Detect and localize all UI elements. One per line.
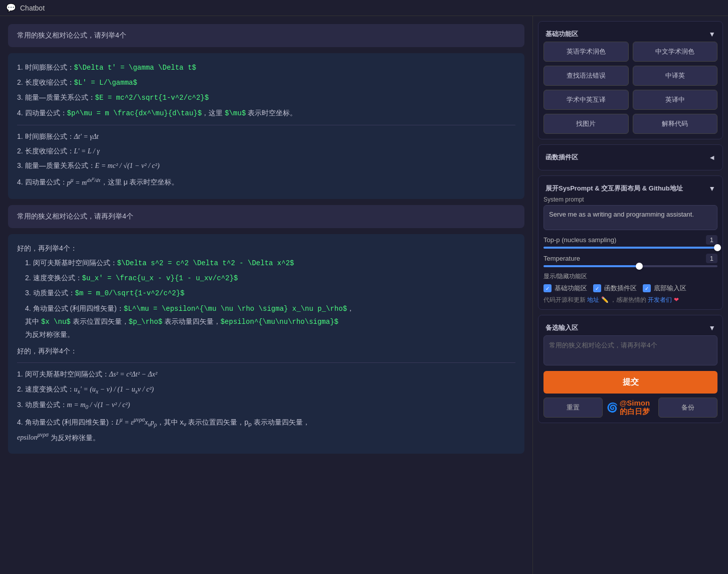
basic-functions-section: 基础功能区 ▼ 英语学术润色 中文学术润色 查找语法错误 中译英 学术中英互译 …: [538, 21, 723, 139]
sidebar: 基础功能区 ▼ 英语学术润色 中文学术润色 查找语法错误 中译英 学术中英互译 …: [532, 16, 728, 574]
user-message-1: 常用的狭义相对论公式，请列举4个: [8, 24, 524, 47]
bottom-action-row: 重置 🌀 @Simon的白日梦 备份: [543, 398, 717, 418]
reset-button[interactable]: 重置: [543, 398, 603, 418]
heart-icon: ❤: [674, 296, 679, 303]
temperature-fill: [543, 265, 639, 267]
basic-functions-title: 基础功能区: [545, 30, 578, 39]
btn-zh-to-en[interactable]: 中译英: [633, 66, 718, 86]
top-p-row: Top-p (nucleus sampling) 1: [543, 235, 717, 245]
checkbox-plugin-box: ✓: [593, 284, 601, 292]
top-p-fill: [543, 247, 717, 249]
sysprompt-arrow[interactable]: ▼: [708, 184, 715, 193]
basic-functions-grid: 英语学术润色 中文学术润色 查找语法错误 中译英 学术中英互译 英译中 找图片 …: [543, 42, 717, 134]
app-title: Chatbot: [20, 4, 45, 12]
sysprompt-section: 展开SysPrompt & 交互界面布局 & Github地址 ▼ System…: [538, 175, 723, 310]
btn-find-image[interactable]: 找图片: [543, 114, 629, 134]
btn-en-to-zh[interactable]: 英译中: [633, 90, 718, 110]
formula-list-rendered: 1. 时间膨胀公式：Δt' = γΔt 2. 长度收缩公式：L' = L / γ…: [17, 130, 515, 189]
temperature-slider[interactable]: [543, 265, 717, 267]
sysprompt-label: System prompt: [543, 196, 717, 203]
alt-input-header: 备选输入区 ▼: [543, 320, 717, 335]
basic-functions-arrow[interactable]: ▼: [708, 30, 715, 38]
formula-list-raw: 1. 时间膨胀公式：$\Delta t' = \gamma \Delta t$ …: [17, 61, 515, 120]
chat-area: 常用的狭义相对论公式，请列举4个 1. 时间膨胀公式：$\Delta t' = …: [0, 16, 532, 574]
checkbox-basic[interactable]: ✓ 基础功能区: [543, 284, 587, 293]
alt-input-arrow[interactable]: ▼: [708, 324, 715, 332]
plugin-functions-arrow[interactable]: ◄: [708, 153, 715, 161]
footer-link[interactable]: 地址: [587, 296, 599, 303]
basic-functions-header: 基础功能区 ▼: [543, 27, 717, 42]
btn-english-polish[interactable]: 英语学术润色: [543, 42, 629, 62]
checkbox-bottom[interactable]: ✓ 底部输入区: [643, 284, 686, 293]
plugin-functions-section: 函数插件区 ◄: [538, 144, 723, 170]
top-p-value: 1: [706, 235, 717, 245]
pencil-icon: ✏️: [601, 296, 609, 303]
top-p-thumb: [714, 244, 721, 251]
footer-link-row: 代码开源和更新 地址 ✏️ ，感谢热情的 开发者们 ❤: [543, 296, 717, 304]
main-layout: 常用的狭义相对论公式，请列举4个 1. 时间膨胀公式：$\Delta t' = …: [0, 16, 728, 574]
sysprompt-box[interactable]: Serve me as a writing and programming as…: [543, 205, 717, 230]
btn-grammar-check[interactable]: 查找语法错误: [543, 66, 629, 86]
btn-chinese-polish[interactable]: 中文学术润色: [633, 42, 718, 62]
alt-input-field[interactable]: [543, 335, 717, 365]
top-p-label: Top-p (nucleus sampling): [543, 236, 616, 244]
plugin-functions-title: 函数插件区: [545, 153, 578, 162]
temperature-row: Temperature 1: [543, 254, 717, 263]
alt-input-title: 备选输入区: [545, 323, 578, 332]
temperature-label: Temperature: [543, 255, 580, 262]
plugin-functions-header: 函数插件区 ◄: [543, 150, 717, 165]
footer-link2[interactable]: 开发者们: [648, 296, 672, 303]
formula-list2-raw: 好的，再列举4个： 1. 闵可夫斯基时空间隔公式：$\Delta s^2 = c…: [17, 242, 515, 341]
alt-input-section: 备选输入区 ▼ 提交 重置 🌀 @Simon的白日梦 备份: [538, 315, 723, 423]
temperature-thumb: [636, 263, 643, 270]
checkbox-bottom-box: ✓: [643, 284, 651, 292]
submit-button[interactable]: 提交: [543, 371, 717, 394]
show-hide-label: 显示/隐藏功能区: [543, 272, 717, 281]
btn-explain-code[interactable]: 解释代码: [633, 114, 718, 134]
top-p-slider[interactable]: [543, 247, 717, 249]
checkbox-plugin[interactable]: ✓ 函数插件区: [593, 284, 637, 293]
btn-academic-bilingual[interactable]: 学术中英互译: [543, 90, 629, 110]
assistant-message-1: 1. 时间膨胀公式：$\Delta t' = \gamma \Delta t$ …: [8, 53, 524, 199]
checkbox-row: ✓ 基础功能区 ✓ 函数插件区 ✓ 底部输入区: [543, 284, 717, 293]
assistant-message-2: 好的，再列举4个： 1. 闵可夫斯基时空间隔公式：$\Delta s^2 = c…: [8, 234, 524, 454]
formula-list2-rendered: 1. 闵可夫斯基时空间隔公式：Δs² = c²Δt² − Δx² 2. 速度变换…: [17, 368, 515, 444]
sysprompt-title: 展开SysPrompt & 交互界面布局 & Github地址: [545, 184, 683, 193]
backup-button[interactable]: 备份: [658, 398, 717, 418]
top-bar: 💬 Chatbot: [0, 0, 728, 16]
sysprompt-header: 展开SysPrompt & 交互界面布局 & Github地址 ▼: [543, 181, 717, 196]
temperature-value: 1: [706, 254, 717, 263]
chatbot-icon: 💬: [6, 3, 16, 13]
checkbox-basic-box: ✓: [543, 284, 552, 292]
user-message-2: 常用的狭义相对论公式，请再列举4个: [8, 205, 524, 228]
weibo-watermark: 🌀 @Simon的白日梦: [607, 398, 655, 418]
